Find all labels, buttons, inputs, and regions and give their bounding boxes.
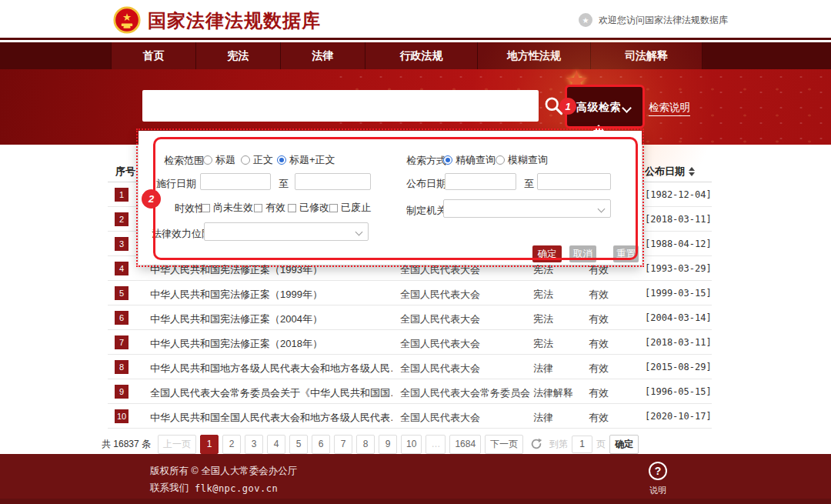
- type-cell: 宪法: [533, 312, 553, 326]
- checkbox-icon[interactable]: [254, 204, 262, 212]
- svg-text:★: ★: [122, 12, 132, 23]
- row-seq-badge: 9: [115, 385, 128, 399]
- agency-cell: 全国人民代表大会: [400, 362, 480, 375]
- row-seq-badge: 3: [115, 237, 128, 251]
- page-button-5[interactable]: 5: [289, 435, 308, 454]
- panel-cancel-button[interactable]: 取消: [569, 245, 596, 262]
- goto-page-input[interactable]: [572, 436, 592, 453]
- effective-date-from-input[interactable]: [200, 173, 271, 190]
- footer-bottom-strip: [0, 499, 831, 504]
- advanced-search-panel: 检索范围 标题 正文 标题+正文 检索方式 精确查询 模糊查询 施行日期 至 公…: [138, 131, 642, 265]
- law-title-link[interactable]: 中华人民共和国全国人民代表大会和地方各级人民代表…: [150, 411, 392, 425]
- help-label: 说明: [639, 485, 677, 496]
- nav-item-law[interactable]: 法律: [280, 42, 365, 69]
- welcome-area: ★ 欢迎您访问国家法律法规数据库: [579, 13, 728, 27]
- type-cell: 宪法: [533, 337, 553, 351]
- agency-select[interactable]: [443, 199, 611, 218]
- radio-icon[interactable]: [496, 155, 505, 165]
- panel-pointer-arrow: [592, 125, 605, 132]
- mode-option-exact[interactable]: 精确查询: [443, 153, 496, 167]
- validity-cell: 有效: [589, 288, 609, 302]
- radio-selected-icon[interactable]: [277, 155, 286, 165]
- welcome-badge-icon: ★: [579, 13, 592, 27]
- level-select[interactable]: [204, 222, 369, 241]
- refresh-icon[interactable]: [529, 437, 543, 451]
- date-cell: [1996-05-15]: [645, 386, 712, 397]
- date-cell: [1982-12-04]: [645, 189, 712, 200]
- page-button-2[interactable]: 2: [222, 435, 241, 454]
- page-button-9[interactable]: 9: [379, 435, 397, 454]
- publish-date-from-input[interactable]: [445, 173, 516, 190]
- date-cell: [1993-03-29]: [645, 263, 712, 274]
- mode-option-fuzzy[interactable]: 模糊查询: [496, 153, 548, 167]
- page-button-1684[interactable]: 1684: [449, 435, 481, 454]
- scope-option-title-body[interactable]: 标题+正文: [277, 153, 335, 167]
- checkbox-icon[interactable]: [329, 204, 338, 212]
- validity-cell: 有效: [589, 263, 609, 277]
- nav-item-constitution[interactable]: 宪法: [195, 42, 280, 69]
- law-title-link[interactable]: 中华人民共和国宪法修正案（2004年）: [150, 312, 322, 326]
- law-title-link[interactable]: 中华人民共和国宪法修正案（2018年）: [150, 337, 322, 351]
- scope-option-title[interactable]: 标题: [203, 153, 235, 167]
- law-title-link[interactable]: 全国人民代表大会常务委员会关于《中华人民共和国国…: [150, 386, 392, 400]
- advanced-search-label[interactable]: 高级检索: [576, 101, 621, 115]
- panel-reset-button[interactable]: 重置: [613, 245, 639, 262]
- checkbox-icon[interactable]: [288, 204, 296, 212]
- sort-icon[interactable]: [689, 167, 695, 176]
- agency-label: 制定机关: [406, 204, 446, 218]
- panel-confirm-button[interactable]: 确定: [532, 245, 562, 262]
- range-to-label: 至: [279, 177, 289, 191]
- validity-option-not-effective[interactable]: 尚未生效: [202, 201, 253, 215]
- chevron-down-icon: [598, 205, 606, 213]
- page-button-1[interactable]: 1: [200, 435, 219, 454]
- law-title-link[interactable]: 中华人民共和国地方各级人民代表大会和地方各级人民…: [150, 362, 392, 375]
- chevron-down-icon: [355, 229, 363, 236]
- results-count: 共 16837 条: [102, 438, 151, 451]
- page-button-7[interactable]: 7: [334, 435, 352, 454]
- search-input[interactable]: [142, 90, 539, 122]
- footer-help-button[interactable]: ? 说明: [639, 462, 677, 496]
- validity-cell: 有效: [589, 411, 609, 425]
- goto-confirm-button[interactable]: 确定: [609, 435, 639, 454]
- publish-date-to-input[interactable]: [537, 173, 611, 190]
- table-row: 7 中华人民共和国宪法修正案（2018年） 全国人民代表大会 宪法 有效 [20…: [108, 330, 712, 355]
- seq-column-header: 序号: [115, 165, 135, 179]
- type-cell: 法律解释: [533, 386, 573, 400]
- contact-label: 联系我们: [150, 482, 189, 495]
- page-button-6[interactable]: 6: [312, 435, 330, 454]
- checkbox-icon[interactable]: [202, 204, 210, 212]
- validity-option-amended[interactable]: 已修改: [288, 201, 329, 215]
- table-row: 6 中华人民共和国宪法修正案（2004年） 全国人民代表大会 宪法 有效 [20…: [108, 305, 712, 330]
- page-button-4[interactable]: 4: [267, 435, 285, 454]
- effective-date-to-input[interactable]: [295, 173, 371, 190]
- validity-label: 时效性: [175, 202, 205, 215]
- law-title-link[interactable]: 中华人民共和国宪法修正案（1999年）: [150, 288, 322, 302]
- page-button-10[interactable]: 10: [401, 435, 422, 454]
- goto-page-label: 到第: [549, 438, 568, 451]
- copyright-text: 版权所有 © 全国人大常委会办公厅: [150, 465, 297, 478]
- radio-icon[interactable]: [203, 155, 212, 165]
- page-button-8[interactable]: 8: [356, 435, 375, 454]
- publish-date-column-header[interactable]: 公布日期: [645, 165, 695, 179]
- next-page-button[interactable]: 下一页: [485, 435, 523, 454]
- national-emblem-icon: ★: [113, 6, 141, 34]
- law-title-link[interactable]: 中华人民共和国宪法修正案（1993年）: [150, 263, 322, 277]
- agency-cell: 全国人民代表大会常务委员会: [400, 386, 530, 400]
- type-cell: 法律: [533, 411, 553, 425]
- validity-option-repealed[interactable]: 已废止: [329, 201, 371, 215]
- question-mark-icon[interactable]: ?: [649, 462, 667, 480]
- row-seq-badge: 8: [115, 360, 128, 374]
- radio-selected-icon[interactable]: [443, 155, 452, 165]
- nav-item-home[interactable]: 首页: [111, 42, 195, 69]
- scope-option-body[interactable]: 正文: [241, 153, 273, 167]
- radio-icon[interactable]: [241, 155, 250, 165]
- prev-page-button[interactable]: 上一页: [158, 435, 196, 454]
- page-button-3[interactable]: 3: [245, 435, 263, 454]
- table-row: 5 中华人民共和国宪法修正案（1999年） 全国人民代表大会 宪法 有效 [19…: [108, 281, 712, 305]
- agency-cell: 全国人民代表大会: [400, 411, 480, 425]
- validity-option-effective[interactable]: 有效: [254, 201, 285, 215]
- validity-cell: 有效: [589, 386, 609, 400]
- search-help-link[interactable]: 检索说明: [649, 101, 690, 116]
- date-cell: [1988-04-12]: [645, 239, 712, 249]
- row-seq-badge: 2: [115, 212, 128, 226]
